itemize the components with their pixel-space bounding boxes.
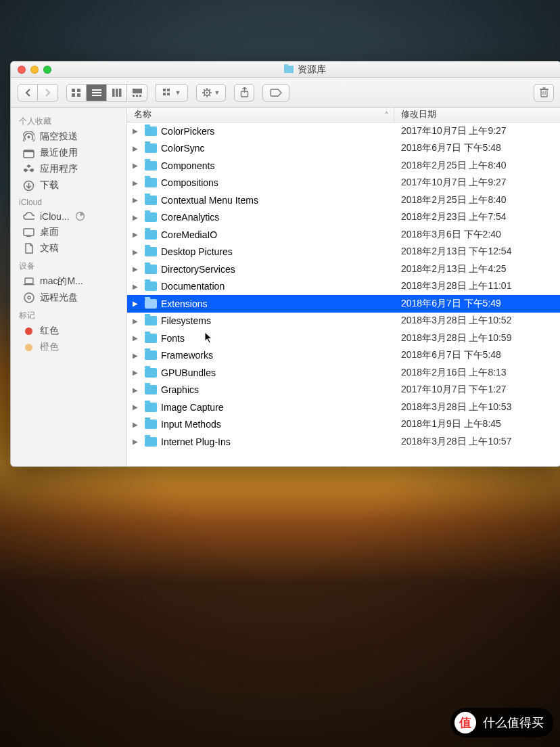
minimize-button[interactable] [30, 66, 39, 74]
table-row[interactable]: ▶CoreAnalytics2018年2月23日 上午7:54 [127, 209, 560, 227]
window-title-text: 资源库 [298, 64, 326, 76]
file-name: Internet Plug-Ins [161, 436, 231, 447]
table-row[interactable]: ▶Documentation2018年3月28日 上午11:01 [127, 278, 560, 296]
svg-rect-17 [167, 93, 170, 95]
table-row[interactable]: ▶Filesystems2018年3月28日 上午10:52 [127, 313, 560, 330]
table-row[interactable]: ▶Desktop Pictures2018年2月13日 下午12:54 [127, 244, 560, 261]
file-date: 2018年6月7日 下午5:49 [394, 298, 560, 310]
icloud-icon [23, 210, 34, 222]
disclosure-triangle-icon[interactable]: ▶ [133, 179, 141, 187]
disclosure-triangle-icon[interactable]: ▶ [133, 300, 141, 307]
table-row[interactable]: ▶Fonts2018年3月28日 上午10:59 [127, 330, 560, 347]
table-row[interactable]: ▶Image Capture2018年3月28日 上午10:53 [127, 399, 560, 416]
sidebar-item[interactable]: iClou... [11, 208, 126, 224]
forward-button[interactable] [38, 84, 58, 101]
back-button[interactable] [18, 84, 38, 101]
sidebar-item[interactable]: 下载 [11, 177, 126, 194]
table-row[interactable]: ▶Contextual Menu Items2018年2月25日 上午8:40 [127, 191, 560, 209]
svg-rect-43 [25, 278, 33, 284]
folder-icon [145, 212, 157, 222]
table-row[interactable]: ▶DirectoryServices2018年2月13日 上午4:25 [127, 261, 560, 278]
disclosure-triangle-icon[interactable]: ▶ [133, 352, 141, 359]
disclosure-triangle-icon[interactable]: ▶ [133, 386, 141, 394]
chevron-right-icon [44, 89, 51, 97]
watermark: 值 什么值得买 [450, 708, 553, 738]
disclosure-triangle-icon[interactable]: ▶ [133, 162, 141, 169]
disclosure-triangle-icon[interactable]: ▶ [133, 403, 141, 411]
sidebar-item[interactable]: 隔空投送 [11, 129, 126, 145]
file-rows[interactable]: ▶ColorPickers2017年10月7日 上午9:27▶ColorSync… [127, 122, 560, 466]
svg-line-25 [209, 95, 210, 96]
svg-rect-1 [77, 89, 80, 92]
file-date: 2018年3月28日 上午10:57 [394, 436, 560, 448]
file-name: ColorSync [161, 143, 205, 154]
table-row[interactable]: ▶Compositions2017年10月7日 上午9:27 [127, 175, 560, 192]
disclosure-triangle-icon[interactable]: ▶ [133, 369, 141, 376]
svg-rect-6 [92, 95, 101, 96]
action-button[interactable]: ▼ [196, 84, 226, 101]
disclosure-triangle-icon[interactable]: ▶ [133, 145, 141, 152]
disclosure-triangle-icon[interactable]: ▶ [133, 196, 141, 204]
disclosure-triangle-icon[interactable]: ▶ [133, 317, 141, 325]
sidebar-item[interactable]: 红色 [11, 323, 126, 339]
tags-button[interactable] [262, 84, 289, 101]
view-icons-button[interactable] [66, 84, 87, 101]
close-button[interactable] [18, 66, 26, 74]
disclosure-triangle-icon[interactable]: ▶ [133, 127, 141, 135]
sidebar-item[interactable]: 远程光盘 [11, 290, 126, 306]
column-header-date[interactable]: 修改日期 [394, 108, 560, 122]
file-name: Input Methods [161, 419, 221, 430]
disclosure-triangle-icon[interactable]: ▶ [133, 231, 141, 238]
sidebar-item[interactable]: 文稿 [11, 240, 126, 256]
file-date: 2018年1月9日 上午8:45 [394, 418, 560, 430]
table-row[interactable]: ▶GPUBundles2018年2月16日 上午8:13 [127, 364, 560, 382]
disclosure-triangle-icon[interactable]: ▶ [133, 214, 141, 221]
column-header-name[interactable]: 名称 ˄ [127, 108, 394, 122]
apps-icon [23, 164, 34, 175]
sidebar-item[interactable]: 桌面 [11, 224, 126, 240]
table-row[interactable]: ▶Components2018年2月25日 上午8:40 [127, 157, 560, 175]
table-row[interactable]: ▶Input Methods2018年1月9日 上午8:45 [127, 416, 560, 434]
zoom-button[interactable] [43, 66, 51, 74]
sidebar-item-label: 远程光盘 [40, 292, 78, 304]
disclosure-triangle-icon[interactable]: ▶ [133, 283, 141, 290]
folder-icon [145, 196, 157, 205]
recent-icon [23, 148, 34, 159]
table-row[interactable]: ▶Frameworks2018年6月7日 下午5:48 [127, 347, 560, 365]
list-header: 名称 ˄ 修改日期 [127, 108, 560, 122]
file-date: 2017年10月7日 下午1:27 [394, 384, 560, 396]
sort-indicator-icon: ˄ [385, 111, 388, 118]
view-list-button[interactable] [87, 84, 107, 101]
titlebar[interactable]: 资源库 [11, 62, 560, 78]
share-button[interactable] [234, 84, 254, 101]
arrange-button[interactable]: ▼ [156, 84, 188, 101]
sidebar-item[interactable]: 应用程序 [11, 161, 126, 177]
sidebar-item[interactable]: 橙色 [11, 339, 126, 355]
view-gallery-button[interactable] [127, 84, 147, 101]
table-row[interactable]: ▶ColorSync2018年6月7日 下午5:48 [127, 140, 560, 158]
table-row[interactable]: ▶Graphics2017年10月7日 下午1:27 [127, 382, 560, 399]
folder-icon [145, 161, 157, 171]
table-row[interactable]: ▶CoreMediaIO2018年3月6日 下午2:40 [127, 226, 560, 244]
trash-button[interactable] [534, 84, 554, 101]
disclosure-triangle-icon[interactable]: ▶ [133, 265, 141, 273]
disclosure-triangle-icon[interactable]: ▶ [133, 334, 141, 342]
file-date: 2017年10月7日 上午9:27 [394, 177, 560, 189]
disclosure-triangle-icon[interactable]: ▶ [133, 248, 141, 256]
table-row[interactable]: ▶Extensions2018年6月7日 下午5:49 [127, 295, 560, 313]
sidebar-item[interactable]: 最近使用 [11, 145, 126, 161]
table-row[interactable]: ▶Internet Plug-Ins2018年3月28日 上午10:57 [127, 433, 560, 451]
sidebar-item[interactable]: mac的M... [11, 273, 126, 290]
svg-rect-4 [92, 89, 101, 91]
file-date: 2018年3月28日 上午10:53 [394, 401, 560, 413]
view-columns-button[interactable] [107, 84, 127, 101]
table-row[interactable]: ▶ColorPickers2017年10月7日 上午9:27 [127, 122, 560, 140]
disclosure-triangle-icon[interactable]: ▶ [133, 438, 141, 445]
file-name: CoreMediaIO [161, 229, 217, 240]
folder-icon [145, 437, 157, 447]
file-name: ColorPickers [161, 126, 214, 137]
sidebar-heading: iCloud [11, 194, 126, 208]
file-date: 2018年3月28日 上午11:01 [394, 280, 560, 292]
disclosure-triangle-icon[interactable]: ▶ [133, 421, 141, 428]
file-name: Fonts [161, 333, 185, 344]
